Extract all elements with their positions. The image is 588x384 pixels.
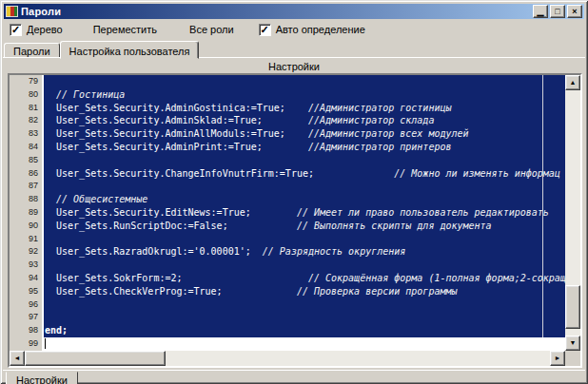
auto-detect-checkbox-group[interactable]: ✓ Авто определение xyxy=(259,24,365,36)
code-text xyxy=(44,298,565,312)
editor-line[interactable]: 80 // Гостиница xyxy=(10,88,565,102)
minimize-button[interactable]: ▁ xyxy=(533,5,548,18)
scroll-up-icon[interactable]: ▲ xyxy=(565,75,580,90)
code-text: User_Sets.CheckVerProg:=True; // Проверк… xyxy=(44,285,565,298)
scroll-right-icon[interactable]: ► xyxy=(550,351,565,366)
app-window: Пароли ▁ □ × ✓ Дерево Переместить Все ро… xyxy=(0,0,588,384)
auto-detect-checkbox[interactable]: ✓ xyxy=(259,24,271,36)
code-text: User_Sets.Security.AdminSklad:=True; //А… xyxy=(44,114,565,127)
code-text: User_Sets.Security.ChangeInfoVnutrFirm:=… xyxy=(44,167,565,181)
right-margin-line xyxy=(542,75,543,337)
editor-line[interactable]: 94 User_Sets.SokrForm:=2; // Сокращённая… xyxy=(10,272,565,285)
bottom-tab-settings[interactable]: Настройки xyxy=(6,372,78,384)
line-number: 90 xyxy=(10,220,44,233)
code-text: User_Sets.Security.AdminAllModuls:=True;… xyxy=(44,127,565,141)
editor-line[interactable]: 85 xyxy=(10,154,565,167)
editor-line[interactable]: 99 xyxy=(10,337,565,351)
scroll-down-icon[interactable]: ▼ xyxy=(565,336,580,351)
line-number: 99 xyxy=(10,337,44,351)
horizontal-scrollbar[interactable]: ◄ ► xyxy=(10,351,565,366)
code-text xyxy=(44,75,565,88)
editor-line[interactable]: 92 User_Sets.RazradOkrugl:='0.00001'; //… xyxy=(10,245,565,259)
code-text: User_Sets.Security.AdminGostinica:=True;… xyxy=(44,102,565,115)
line-number: 84 xyxy=(10,141,44,154)
move-button-label: Переместить xyxy=(93,24,157,35)
tab-passwords[interactable]: Пароли xyxy=(4,43,60,58)
editor-line[interactable]: 91 xyxy=(10,233,565,246)
auto-detect-checkbox-label: Авто определение xyxy=(276,24,365,35)
code-text: User_Sets.RazradOkrugl:='0.00001'; // Ра… xyxy=(44,245,565,259)
editor-line[interactable]: 82 User_Sets.Security.AdminSklad:=True; … xyxy=(10,114,565,127)
line-number: 85 xyxy=(10,154,44,167)
code-text xyxy=(44,180,565,193)
window-title: Пароли xyxy=(21,6,61,17)
code-text xyxy=(44,259,565,272)
line-number: 87 xyxy=(10,180,44,193)
code-text: User_Sets.Security.EditNews:=True; // Им… xyxy=(44,206,565,220)
code-text: User_Sets.RunScriptDoc:=False; // Выполн… xyxy=(44,220,565,233)
editor-line[interactable]: 93 xyxy=(10,259,565,272)
editor-line[interactable]: 98end; xyxy=(10,324,565,337)
line-number: 83 xyxy=(10,127,44,141)
script-editor[interactable]: 7980 // Гостиница81 User_Sets.Security.A… xyxy=(8,73,582,368)
editor-line[interactable]: 79 xyxy=(10,75,565,88)
move-button[interactable]: Переместить xyxy=(93,24,157,35)
editor-line[interactable]: 87 xyxy=(10,180,565,193)
line-number: 86 xyxy=(10,167,44,181)
hscroll-thumb[interactable] xyxy=(25,351,166,366)
toolbar: ✓ Дерево Переместить Все роли ✓ Авто опр… xyxy=(4,21,584,38)
line-number: 80 xyxy=(10,88,44,102)
app-icon xyxy=(6,6,18,17)
tree-checkbox-label: Дерево xyxy=(27,24,63,35)
all-roles-button-label: Все роли xyxy=(189,24,234,35)
line-number: 81 xyxy=(10,102,44,115)
editor-line[interactable]: 97 xyxy=(10,311,565,324)
code-text xyxy=(44,233,565,246)
bottom-tabstrip: Настройки xyxy=(3,370,585,384)
scrollbar-corner xyxy=(565,351,580,366)
line-number: 91 xyxy=(10,233,44,246)
settings-panel: Настройки 7980 // Гостиница81 User_Sets.… xyxy=(3,57,585,381)
line-number: 95 xyxy=(10,285,44,298)
code-text: User_Sets.Security.AdminPrint:=True; //А… xyxy=(44,141,565,154)
vertical-scrollbar[interactable]: ▲ ▼ xyxy=(565,75,580,351)
editor-line[interactable]: 96 xyxy=(10,298,565,312)
line-number: 88 xyxy=(10,193,44,206)
line-number: 79 xyxy=(10,75,44,88)
top-tabstrip: Пароли Настройка пользователя xyxy=(4,40,584,58)
editor-lines[interactable]: 7980 // Гостиница81 User_Sets.Security.A… xyxy=(10,75,565,351)
code-text: // Общесистемные xyxy=(44,193,565,206)
line-number: 82 xyxy=(10,114,44,127)
editor-line[interactable]: 95 User_Sets.CheckVerProg:=True; // Пров… xyxy=(10,285,565,298)
close-button[interactable]: × xyxy=(567,5,582,18)
editor-line[interactable]: 81 User_Sets.Security.AdminGostinica:=Tr… xyxy=(10,102,565,115)
tree-checkbox-group[interactable]: ✓ Дерево xyxy=(10,24,63,36)
code-text xyxy=(44,337,565,351)
line-number: 89 xyxy=(10,206,44,220)
line-number: 96 xyxy=(10,298,44,312)
line-number: 97 xyxy=(10,311,44,324)
code-text xyxy=(44,311,565,324)
all-roles-button[interactable]: Все роли xyxy=(189,24,234,35)
line-number: 92 xyxy=(10,245,44,259)
line-number: 98 xyxy=(10,324,44,337)
vscroll-thumb[interactable] xyxy=(565,285,580,329)
code-text xyxy=(44,154,565,167)
editor-line[interactable]: 88 // Общесистемные xyxy=(10,193,565,206)
editor-line[interactable]: 83 User_Sets.Security.AdminAllModuls:=Tr… xyxy=(10,127,565,141)
code-text: // Гостиница xyxy=(44,88,565,102)
code-text: end; xyxy=(44,324,565,337)
editor-line[interactable]: 89 User_Sets.Security.EditNews:=True; //… xyxy=(10,206,565,220)
scroll-left-icon[interactable]: ◄ xyxy=(10,351,25,366)
editor-line[interactable]: 84 User_Sets.Security.AdminPrint:=True; … xyxy=(10,141,565,154)
editor-line[interactable]: 86 User_Sets.Security.ChangeInfoVnutrFir… xyxy=(10,167,565,181)
maximize-button[interactable]: □ xyxy=(550,5,565,18)
line-number: 93 xyxy=(10,259,44,272)
panel-header: Настройки xyxy=(3,58,585,72)
editor-line[interactable]: 90 User_Sets.RunScriptDoc:=False; // Вып… xyxy=(10,220,565,233)
title-bar[interactable]: Пароли ▁ □ × xyxy=(4,4,584,19)
tree-checkbox[interactable]: ✓ xyxy=(10,24,22,36)
tab-user-settings[interactable]: Настройка пользователя xyxy=(60,41,200,59)
code-text: User_Sets.SokrForm:=2; // Сокращённая фо… xyxy=(44,272,565,285)
line-number: 94 xyxy=(10,272,44,285)
